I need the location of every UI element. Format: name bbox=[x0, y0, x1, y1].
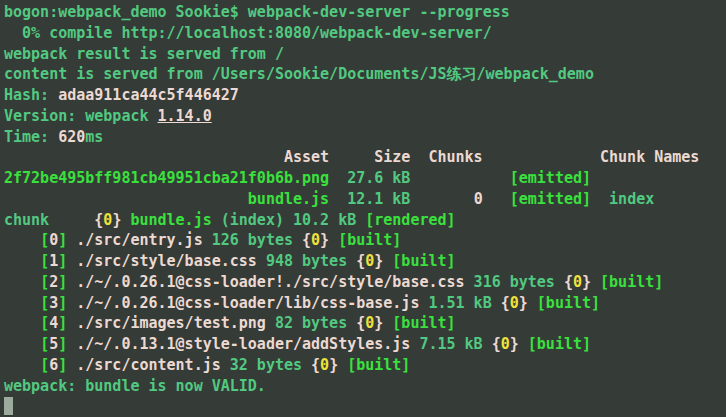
text-segment: bogon:webpack_demo Sookie$ webpack-dev-s… bbox=[4, 3, 510, 21]
text-segment: ] bbox=[58, 294, 67, 312]
text-segment: { bbox=[492, 335, 501, 353]
text-segment: ./~/.0.13.1@style-loader/addStyles.js bbox=[76, 335, 410, 353]
text-segment: ./src/style/base.css bbox=[76, 252, 257, 270]
text-segment: 0 bbox=[510, 294, 519, 312]
text-segment bbox=[4, 314, 40, 332]
text-segment: [built] bbox=[600, 273, 663, 291]
text-segment: { bbox=[356, 314, 365, 332]
terminal-line: 2f72be495bff981cb49951cba21f0b6b.png 27.… bbox=[4, 168, 726, 189]
terminal-line: 0% compile http://localhost:8080/webpack… bbox=[4, 23, 726, 44]
terminal-line: webpack: bundle is now VALID. bbox=[4, 376, 726, 397]
text-segment: [rendered] bbox=[365, 211, 455, 229]
text-segment: [ bbox=[40, 356, 49, 374]
text-segment bbox=[4, 356, 40, 374]
text-segment bbox=[383, 314, 392, 332]
text-segment: 0% compile http://localhost:8080/webpack… bbox=[4, 24, 492, 42]
terminal-line bbox=[4, 396, 726, 417]
terminal-line: Version: webpack 1.14.0 bbox=[4, 106, 726, 127]
text-segment: { bbox=[564, 273, 573, 291]
text-segment: 0 bbox=[474, 190, 483, 208]
text-segment: [built] bbox=[347, 356, 410, 374]
terminal-line: [4] ./src/images/test.png 82 bytes {0} [… bbox=[4, 313, 726, 334]
text-segment: [ bbox=[40, 335, 49, 353]
text-segment bbox=[67, 273, 76, 291]
terminal-line: [2] ./~/.0.26.1@css-loader!./src/style/b… bbox=[4, 272, 726, 293]
text-segment: [built] bbox=[392, 252, 455, 270]
text-segment: 27.6 kB bbox=[329, 169, 510, 187]
text-segment: 1 bbox=[49, 252, 58, 270]
text-segment bbox=[4, 335, 40, 353]
text-segment bbox=[519, 335, 528, 353]
text-segment: 12.1 kB bbox=[329, 190, 474, 208]
text-segment: [ bbox=[40, 294, 49, 312]
terminal-line: Asset Size Chunks Chunk Names bbox=[4, 147, 726, 168]
text-segment: ./src/content.js bbox=[76, 356, 221, 374]
text-segment: [built] bbox=[528, 335, 591, 353]
text-segment: 82 bytes bbox=[266, 314, 356, 332]
text-segment: (index) 10.2 kB bbox=[212, 211, 366, 229]
terminal-line: content is served from /Users/Sookie/Doc… bbox=[4, 64, 726, 85]
text-segment: Time: bbox=[4, 128, 58, 146]
text-segment: { bbox=[311, 356, 320, 374]
text-segment: } bbox=[582, 273, 591, 291]
text-segment: bundle.js bbox=[248, 190, 329, 208]
text-segment: Version: webpack bbox=[4, 107, 158, 125]
text-segment: 2f72be495bff981cb49951cba21f0b6b.png bbox=[4, 169, 329, 187]
text-segment bbox=[4, 294, 40, 312]
text-segment: [ bbox=[40, 231, 49, 249]
text-segment: ms bbox=[85, 128, 103, 146]
text-segment: { bbox=[501, 294, 510, 312]
text-segment: [ bbox=[40, 252, 49, 270]
text-segment: 1.51 kB bbox=[419, 294, 500, 312]
text-segment: ./~/.0.26.1@css-loader!./src/style/base.… bbox=[76, 273, 464, 291]
text-segment: 0 bbox=[320, 356, 329, 374]
text-segment bbox=[4, 273, 40, 291]
text-segment: 126 bytes bbox=[203, 231, 302, 249]
text-segment: adaa911ca44c5f446427 bbox=[58, 86, 239, 104]
terminal-line: [1] ./src/style/base.css 948 bytes {0} [… bbox=[4, 251, 726, 272]
text-segment: 7.15 kB bbox=[410, 335, 491, 353]
text-segment: Hash: bbox=[4, 86, 58, 104]
text-segment bbox=[67, 314, 76, 332]
text-segment: [built] bbox=[338, 231, 401, 249]
text-segment: 2 bbox=[49, 273, 58, 291]
terminal-line: webpack result is served from / bbox=[4, 44, 726, 65]
text-segment: 948 bytes bbox=[257, 252, 356, 270]
text-segment: [built] bbox=[392, 314, 455, 332]
text-segment: ] bbox=[58, 231, 67, 249]
terminal-line: [5] ./~/.0.13.1@style-loader/addStyles.j… bbox=[4, 334, 726, 355]
text-segment: 0 bbox=[573, 273, 582, 291]
terminal-line: [3] ./~/.0.26.1@css-loader/lib/css-base.… bbox=[4, 293, 726, 314]
text-segment: 0 bbox=[311, 231, 320, 249]
text-segment: 3 bbox=[49, 294, 58, 312]
terminal-screen[interactable]: bogon:webpack_demo Sookie$ webpack-dev-s… bbox=[0, 0, 726, 417]
text-segment bbox=[67, 294, 76, 312]
text-segment bbox=[67, 356, 76, 374]
text-segment: { bbox=[302, 231, 311, 249]
text-segment: } bbox=[510, 335, 519, 353]
text-segment: 4 bbox=[49, 314, 58, 332]
text-segment: { bbox=[356, 252, 365, 270]
text-segment: [emitted] bbox=[510, 169, 591, 187]
text-segment bbox=[67, 252, 76, 270]
text-segment bbox=[4, 190, 248, 208]
text-segment: } bbox=[374, 252, 383, 270]
terminal-line: bundle.js 12.1 kB 0 [emitted] index bbox=[4, 189, 726, 210]
text-segment: ] bbox=[58, 252, 67, 270]
text-segment: ] bbox=[58, 314, 67, 332]
terminal-line: [6] ./src/content.js 32 bytes {0} [built… bbox=[4, 355, 726, 376]
text-segment: [ bbox=[40, 314, 49, 332]
text-segment: bundle.js bbox=[130, 211, 211, 229]
text-segment: } bbox=[374, 314, 383, 332]
text-segment: 0 bbox=[501, 335, 510, 353]
terminal-cursor bbox=[4, 397, 13, 415]
text-segment bbox=[528, 294, 537, 312]
text-segment: 0 bbox=[49, 231, 58, 249]
text-segment: [ bbox=[40, 273, 49, 291]
text-segment bbox=[383, 252, 392, 270]
text-segment: ] bbox=[58, 335, 67, 353]
text-segment: [built] bbox=[537, 294, 600, 312]
text-segment: 0 bbox=[365, 252, 374, 270]
text-segment: content is served from /Users/Sookie/Doc… bbox=[4, 65, 594, 83]
terminal-line: Hash: adaa911ca44c5f446427 bbox=[4, 85, 726, 106]
